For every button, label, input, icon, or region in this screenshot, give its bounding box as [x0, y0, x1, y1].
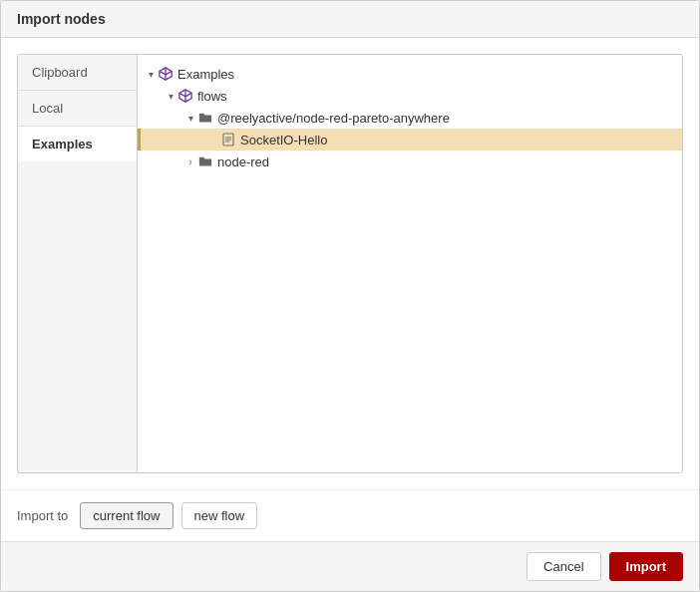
sidebar-item-local[interactable]: Local: [18, 91, 137, 127]
tree-node-red-label: node-red: [217, 154, 269, 169]
tree-flows-label: flows: [197, 89, 227, 104]
sidebar-local-label: Local: [32, 101, 63, 116]
tree-examples-label: Examples: [177, 67, 234, 82]
tree-item-node-red[interactable]: › node-red: [138, 150, 682, 172]
cancel-button[interactable]: Cancel: [526, 552, 600, 581]
sidebar-examples-label: Examples: [32, 137, 93, 151]
no-chevron: [206, 133, 220, 147]
tree-socketio-label: SocketIO-Hello: [240, 133, 327, 148]
tree-item-flows[interactable]: ▾ flows: [138, 85, 682, 107]
file-icon: [220, 132, 236, 148]
import-button[interactable]: Import: [609, 552, 683, 581]
folder-icon: [197, 110, 213, 126]
sidebar-item-clipboard[interactable]: Clipboard: [18, 55, 137, 91]
import-to-row: Import to current flow new flow: [1, 489, 699, 541]
tree-content-area: ▾ Examples ▾ flows: [137, 54, 683, 473]
sidebar: Clipboard Local Examples: [17, 54, 137, 473]
chevron-icon: ▾: [183, 111, 197, 125]
sidebar-clipboard-label: Clipboard: [32, 65, 88, 80]
dialog-title: Import nodes: [1, 1, 699, 38]
chevron-icon: ›: [183, 154, 197, 168]
chevron-icon: ▾: [164, 89, 177, 103]
folder-icon: [197, 153, 213, 169]
cube-icon: [177, 88, 193, 104]
import-to-label: Import to: [17, 508, 68, 523]
new-flow-button[interactable]: new flow: [181, 502, 258, 529]
dialog-footer: Cancel Import: [1, 541, 699, 591]
tree-item-socketio[interactable]: SocketIO-Hello: [138, 129, 682, 150]
dialog-body: Clipboard Local Examples ▾ Examples: [1, 38, 699, 489]
cube-icon: [158, 66, 174, 82]
chevron-icon: ▾: [144, 67, 158, 81]
import-nodes-dialog: Import nodes Clipboard Local Examples ▾: [0, 0, 700, 592]
tree-reelyactive-label: @reelyactive/node-red-pareto-anywhere: [217, 111, 450, 126]
tree-item-reelyactive[interactable]: ▾ @reelyactive/node-red-pareto-anywhere: [138, 107, 682, 129]
sidebar-item-examples[interactable]: Examples: [18, 127, 137, 161]
tree-item-examples[interactable]: ▾ Examples: [138, 63, 682, 85]
current-flow-button[interactable]: current flow: [80, 502, 173, 529]
